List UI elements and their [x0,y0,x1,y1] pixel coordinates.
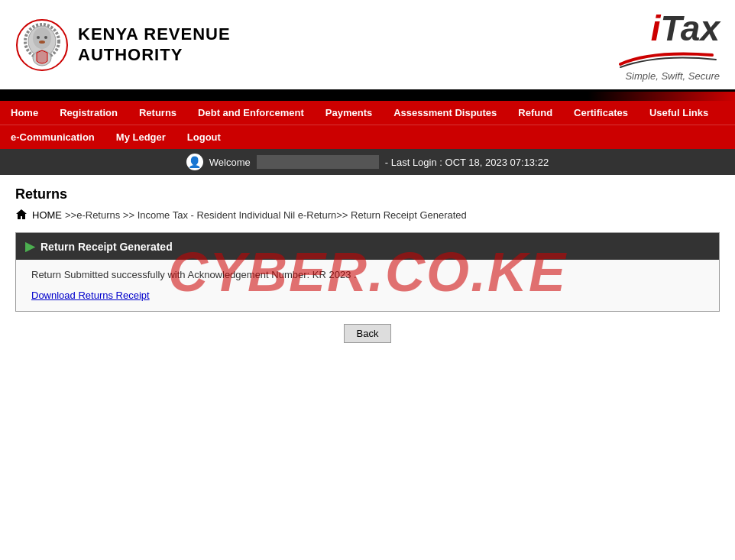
nav-home[interactable]: Home [0,101,49,125]
kra-branding: Kenya Revenue Authority [15,18,231,72]
itax-logo: i Tax Simple, Swift, Secure [613,8,720,82]
user-icon: 👤 [186,154,203,170]
nav-row-2: e-Communication My Ledger Logout [0,125,735,149]
breadcrumb-home[interactable]: HOME [32,209,62,221]
page-header: Kenya Revenue Authority i Tax Simple, Sw… [0,0,735,92]
nav-returns[interactable]: Returns [128,101,187,125]
welcome-bar: 👤 Welcome - Last Login : OCT 18, 2023 07… [0,149,735,175]
breadcrumb: HOME >>e-Returns >> Income Tax - Residen… [15,209,720,221]
back-button-container: Back [15,324,720,343]
receipt-body: Return Submitted successfully with Ackno… [16,260,719,311]
svg-point-6 [39,40,45,44]
page-title: Returns [15,186,720,202]
kra-name: Kenya Revenue Authority [78,24,231,65]
nav-row-1: Home Registration Returns Debt and Enfor… [0,101,735,125]
home-icon [15,209,28,221]
download-receipt-link[interactable]: Download Returns Receipt [31,290,150,301]
black-divider-bar [0,92,735,101]
welcome-label: Welcome [209,157,251,168]
main-nav: Home Registration Returns Debt and Enfor… [0,101,735,149]
username-field[interactable] [257,155,379,169]
receipt-header-title: Return Receipt Generated [40,241,173,253]
page-content: Returns HOME >>e-Returns >> Income Tax -… [0,175,735,354]
nav-debt-enforcement[interactable]: Debt and Enforcement [187,101,315,125]
nav-assessment-disputes[interactable]: Assessment Disputes [383,101,507,125]
nav-certificates[interactable]: Certificates [563,101,639,125]
itax-tax: Tax [660,8,720,49]
svg-point-2 [33,28,51,49]
svg-point-5 [44,36,47,39]
nav-payments[interactable]: Payments [315,101,383,125]
itax-i: i [651,8,661,49]
kra-lion-logo [15,18,69,72]
svg-point-4 [37,36,40,39]
nav-useful-links[interactable]: Useful Links [639,101,719,125]
nav-registration[interactable]: Registration [49,101,128,125]
nav-logout[interactable]: Logout [176,125,232,149]
nav-ecommunication[interactable]: e-Communication [0,125,105,149]
nav-my-ledger[interactable]: My Ledger [105,125,176,149]
back-button[interactable]: Back [344,324,392,343]
last-login-text: - Last Login : OCT 18, 2023 07:13:22 [385,157,549,168]
receipt-header: ▶ Return Receipt Generated [16,233,719,260]
itax-swoosh [613,49,720,70]
receipt-header-icon: ▶ [25,239,34,254]
nav-refund[interactable]: Refund [507,101,563,125]
breadcrumb-path: >>e-Returns >> Income Tax - Resident Ind… [65,209,467,221]
receipt-success-message: Return Submitted successfully with Ackno… [31,269,704,280]
itax-tagline: Simple, Swift, Secure [625,70,720,82]
receipt-box: CYBER.CO.KE ▶ Return Receipt Generated R… [15,232,720,312]
